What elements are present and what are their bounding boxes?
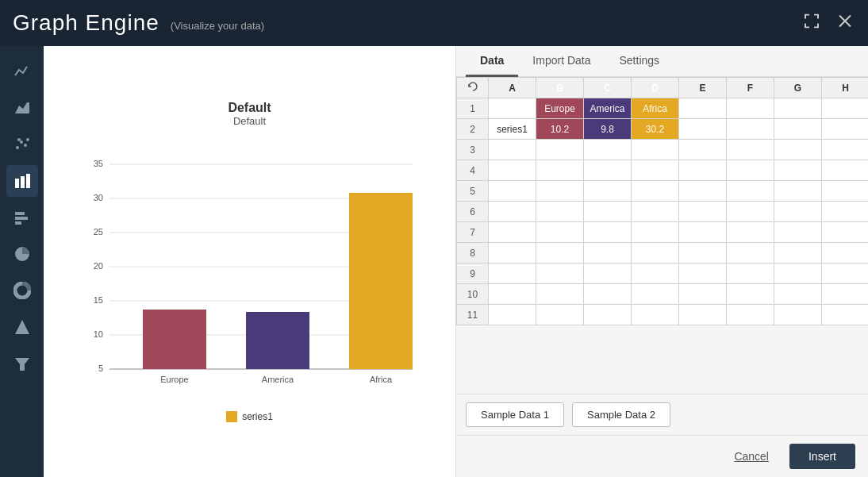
cell-e-10[interactable] xyxy=(679,284,727,305)
cell-g-1[interactable] xyxy=(774,98,822,119)
insert-button[interactable]: Insert xyxy=(789,444,855,469)
cell-g-2[interactable] xyxy=(774,119,822,140)
sidebar-icon-area[interactable] xyxy=(6,92,38,124)
cell-g-4[interactable] xyxy=(774,160,822,181)
cell-d-3[interactable] xyxy=(632,140,679,160)
cell-b-9[interactable] xyxy=(536,264,584,284)
cell-d-11[interactable] xyxy=(632,305,679,325)
cell-f-3[interactable] xyxy=(727,140,774,160)
cell-d-2[interactable]: 30.2 xyxy=(632,119,679,140)
cell-e-3[interactable] xyxy=(679,140,727,160)
cell-c-6[interactable] xyxy=(584,202,632,222)
cell-g-5[interactable] xyxy=(774,181,822,202)
spreadsheet-scroll[interactable]: A B C D E F G H 1EuropeAmericaAfrica2ser… xyxy=(456,77,868,394)
cell-f-5[interactable] xyxy=(727,181,774,202)
cell-g-11[interactable] xyxy=(774,305,822,325)
cell-h-3[interactable] xyxy=(822,140,869,160)
cell-g-6[interactable] xyxy=(774,202,822,222)
cell-g-3[interactable] xyxy=(774,140,822,160)
cell-f-9[interactable] xyxy=(727,264,774,284)
cell-h-1[interactable] xyxy=(822,98,869,119)
cell-h-4[interactable] xyxy=(822,160,869,181)
sidebar-icon-hbar[interactable] xyxy=(6,202,38,233)
cell-c-5[interactable] xyxy=(584,181,632,202)
close-button[interactable] xyxy=(832,11,858,36)
cell-a-11[interactable] xyxy=(489,305,536,325)
cell-h-8[interactable] xyxy=(822,243,869,264)
sidebar-icon-funnel[interactable] xyxy=(6,348,38,379)
cell-e-4[interactable] xyxy=(679,160,727,181)
cell-h-2[interactable] xyxy=(822,119,869,140)
cell-c-10[interactable] xyxy=(584,284,632,305)
cell-f-8[interactable] xyxy=(727,243,774,264)
cell-e-8[interactable] xyxy=(679,243,727,264)
cell-a-3[interactable] xyxy=(489,140,536,160)
cell-g-10[interactable] xyxy=(774,284,822,305)
cell-b-10[interactable] xyxy=(536,284,584,305)
cell-f-4[interactable] xyxy=(727,160,774,181)
sample-data-2-button[interactable]: Sample Data 2 xyxy=(572,402,670,427)
cell-f-1[interactable] xyxy=(727,98,774,119)
cell-g-8[interactable] xyxy=(774,243,822,264)
cell-a-7[interactable] xyxy=(489,222,536,243)
cell-e-5[interactable] xyxy=(679,181,727,202)
sidebar-icon-triangle[interactable] xyxy=(6,311,38,343)
sidebar-icon-pie[interactable] xyxy=(6,238,38,270)
cell-b-3[interactable] xyxy=(536,140,584,160)
cell-g-9[interactable] xyxy=(774,264,822,284)
cell-c-4[interactable] xyxy=(584,160,632,181)
tab-data[interactable]: Data xyxy=(466,46,518,77)
cell-h-6[interactable] xyxy=(822,202,869,222)
cell-e-2[interactable] xyxy=(679,119,727,140)
cell-c-2[interactable]: 9.8 xyxy=(584,119,632,140)
cell-c-9[interactable] xyxy=(584,264,632,284)
cell-a-9[interactable] xyxy=(489,264,536,284)
refresh-cell[interactable] xyxy=(457,78,489,98)
sample-data-1-button[interactable]: Sample Data 1 xyxy=(466,402,564,427)
cell-e-1[interactable] xyxy=(679,98,727,119)
cell-d-4[interactable] xyxy=(632,160,679,181)
sidebar-icon-scatter[interactable] xyxy=(6,129,38,160)
cell-f-7[interactable] xyxy=(727,222,774,243)
cell-g-7[interactable] xyxy=(774,222,822,243)
sidebar-icon-bar[interactable] xyxy=(6,165,38,197)
cell-f-6[interactable] xyxy=(727,202,774,222)
cell-b-8[interactable] xyxy=(536,243,584,264)
cell-h-10[interactable] xyxy=(822,284,869,305)
cell-a-6[interactable] xyxy=(489,202,536,222)
cell-h-9[interactable] xyxy=(822,264,869,284)
cell-e-7[interactable] xyxy=(679,222,727,243)
cell-c-1[interactable]: America xyxy=(584,98,632,119)
cell-d-7[interactable] xyxy=(632,222,679,243)
cell-d-10[interactable] xyxy=(632,284,679,305)
cell-a-5[interactable] xyxy=(489,181,536,202)
cell-c-8[interactable] xyxy=(584,243,632,264)
cell-c-7[interactable] xyxy=(584,222,632,243)
cell-b-4[interactable] xyxy=(536,160,584,181)
cell-d-6[interactable] xyxy=(632,202,679,222)
cancel-button[interactable]: Cancel xyxy=(723,444,780,469)
cell-d-9[interactable] xyxy=(632,264,679,284)
cell-a-4[interactable] xyxy=(489,160,536,181)
cell-b-1[interactable]: Europe xyxy=(536,98,584,119)
cell-c-3[interactable] xyxy=(584,140,632,160)
cell-b-5[interactable] xyxy=(536,181,584,202)
cell-a-1[interactable] xyxy=(489,98,536,119)
tab-import[interactable]: Import Data xyxy=(518,46,605,77)
cell-a-10[interactable] xyxy=(489,284,536,305)
sidebar-icon-line[interactable] xyxy=(6,56,38,87)
cell-d-1[interactable]: Africa xyxy=(632,98,679,119)
cell-a-8[interactable] xyxy=(489,243,536,264)
cell-b-7[interactable] xyxy=(536,222,584,243)
tab-settings[interactable]: Settings xyxy=(605,46,674,77)
cell-d-8[interactable] xyxy=(632,243,679,264)
cell-h-11[interactable] xyxy=(822,305,869,325)
cell-h-5[interactable] xyxy=(822,181,869,202)
cell-b-11[interactable] xyxy=(536,305,584,325)
cell-f-10[interactable] xyxy=(727,284,774,305)
cell-a-2[interactable]: series1 xyxy=(489,119,536,140)
sidebar-icon-donut[interactable] xyxy=(6,275,38,306)
cell-h-7[interactable] xyxy=(822,222,869,243)
fullscreen-button[interactable] xyxy=(798,11,825,36)
cell-b-2[interactable]: 10.2 xyxy=(536,119,584,140)
